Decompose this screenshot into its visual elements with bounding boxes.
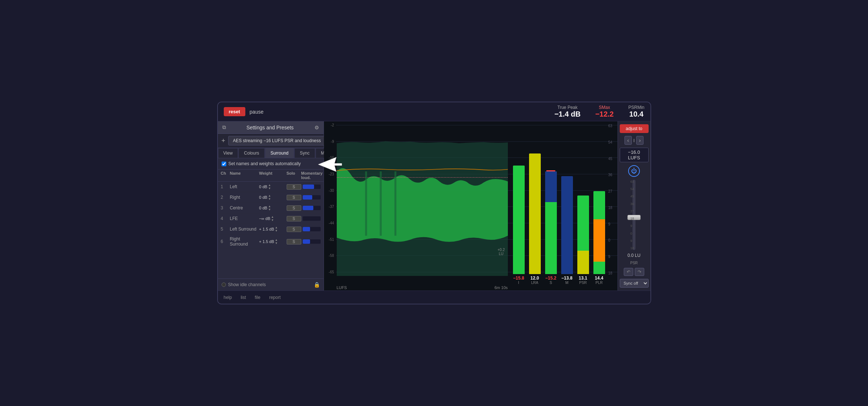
left-panel: ⧉ Settings and Presets ⚙ + AES streaming… xyxy=(218,121,324,291)
scale-18: 18 xyxy=(608,206,612,210)
bar-S xyxy=(544,123,558,274)
sync-select[interactable]: Sync off xyxy=(620,279,649,288)
lock-icon[interactable]: 🔒 xyxy=(314,282,320,288)
nav-left-button[interactable]: ‹ xyxy=(624,136,632,145)
weight-arrows-6[interactable]: ▲▼ xyxy=(275,238,278,245)
scale-0: 0 xyxy=(608,238,611,242)
bar-S-redline xyxy=(546,170,556,171)
undo-button[interactable]: ↶ xyxy=(624,268,633,276)
table-row: 5 Left Surround + 1.5 dB ▲▼ S xyxy=(218,224,324,235)
scale-27: 27 xyxy=(608,189,612,193)
ch-6-weight: + 1.5 dB ▲▼ xyxy=(259,238,287,245)
psr-label: PSR xyxy=(630,261,638,265)
grid-label: -9 xyxy=(324,140,334,144)
grid-label: -65 xyxy=(324,270,334,274)
redo-button[interactable]: ↷ xyxy=(635,268,644,276)
grid-label: -30 xyxy=(324,189,334,193)
ch-2-weight: 0 dB ▲▼ xyxy=(259,194,287,201)
scale-54: 54 xyxy=(608,140,612,144)
bottom-time-bar: LUFS 6m 10s xyxy=(337,285,508,290)
fader-container: 63544536271890918 xyxy=(625,180,643,250)
bar-PSR-yellow xyxy=(577,251,589,274)
ch-2-solo[interactable]: S xyxy=(287,195,301,200)
ch-6-solo[interactable]: S xyxy=(287,239,301,244)
metrics-bar: True Peak −1.4 dB SMax −12.2 PSRMin 10.4 xyxy=(554,105,644,118)
power-icon: ⏻ xyxy=(631,168,637,174)
nav-row: ‹ I › xyxy=(620,136,649,145)
preset-select[interactable]: AES streaming −16 LUFS PSR and loudness xyxy=(228,136,330,145)
bar-I xyxy=(512,123,526,274)
ch-5-solo[interactable]: S xyxy=(287,227,301,232)
preset-row: + AES streaming −16 LUFS PSR and loudnes… xyxy=(218,134,324,148)
table-row: 1 Left 0 dB ▲▼ S xyxy=(218,182,324,192)
scale-63: 63 xyxy=(608,124,612,128)
true-peak-label: True Peak xyxy=(554,105,581,110)
col-loudness: Momentary loud. xyxy=(301,171,323,180)
adjust-to-button[interactable]: adjust to xyxy=(620,124,649,133)
bar-I-label: I xyxy=(512,281,526,285)
ch-4-solo[interactable]: S xyxy=(287,216,301,221)
table-row: 3 Centre 0 dB ▲▼ S xyxy=(218,203,324,213)
pause-button[interactable]: pause xyxy=(250,109,264,115)
weight-arrows-5[interactable]: ▲▼ xyxy=(275,226,278,232)
bar-S-blue xyxy=(545,171,557,202)
weight-arrows-3[interactable]: ▲▼ xyxy=(268,205,271,211)
help-link[interactable]: help xyxy=(224,295,232,300)
auto-check-input[interactable] xyxy=(222,162,226,166)
tabs-row: View Colours Surround Sync Misc About xyxy=(218,148,324,158)
true-peak-group: True Peak −1.4 dB xyxy=(554,105,581,118)
panel-header: ⧉ Settings and Presets ⚙ xyxy=(218,121,324,134)
bar-M-label: M xyxy=(560,281,574,285)
tab-view[interactable]: View xyxy=(218,148,238,158)
ch-5-bar xyxy=(303,227,310,231)
channel-table: 1 Left 0 dB ▲▼ S 2 Right 0 dB xyxy=(218,182,324,278)
fader-scale: 63544536271890918 xyxy=(630,180,634,250)
grid-label: -16 xyxy=(324,156,334,160)
bar-PLR xyxy=(592,123,607,274)
ch-1-weight: 0 dB ▲▼ xyxy=(259,183,287,190)
ch-1-name: Left xyxy=(230,184,259,189)
ch-1-bar xyxy=(303,185,314,189)
tab-surround[interactable]: Surround xyxy=(265,148,294,158)
viz-area: -2 -9 -16 -23 -30 -37 -44 -51 -58 -65 xyxy=(324,121,618,291)
bar-LRA-top xyxy=(529,153,541,274)
nav-right-button[interactable]: › xyxy=(636,136,644,145)
app-container: reset pause True Peak −1.4 dB SMax −12.2… xyxy=(217,102,651,304)
bar-PSR xyxy=(576,123,590,274)
bar-PLR-label-group: 14.4 PLR xyxy=(592,276,607,285)
lufs-label: LUFS xyxy=(337,285,347,290)
weight-arrows-1[interactable]: ▲▼ xyxy=(268,183,271,190)
ch-3-solo[interactable]: S xyxy=(287,205,301,211)
bar-LRA-label: LRA xyxy=(528,281,542,285)
bar-S-label-group: −15.2 S xyxy=(544,276,558,285)
weight-arrows-4[interactable]: ▲▼ xyxy=(271,215,274,222)
report-link[interactable]: report xyxy=(269,295,280,300)
ch-5-num: 5 xyxy=(221,227,230,232)
file-link[interactable]: file xyxy=(255,295,260,300)
weight-arrows-2[interactable]: ▲▼ xyxy=(268,194,271,201)
tab-colours[interactable]: Colours xyxy=(238,148,264,158)
ch-3-bar xyxy=(303,206,313,210)
time-label: 6m 10s xyxy=(494,285,507,290)
ch-5-weight: + 1.5 dB ▲▼ xyxy=(259,226,287,232)
reset-button[interactable]: reset xyxy=(224,107,245,116)
ch-3-num: 3 xyxy=(221,205,230,210)
tab-sync[interactable]: Sync xyxy=(294,148,315,158)
bar-S-value: −15.2 xyxy=(544,276,558,281)
list-link[interactable]: list xyxy=(241,295,246,300)
bar-PLR-green xyxy=(593,191,605,219)
col-solo: Solo xyxy=(287,171,301,180)
scale-9b: 9 xyxy=(608,255,611,259)
scale-36: 36 xyxy=(608,173,612,177)
bar-I-segment xyxy=(513,166,525,274)
top-bar: reset pause True Peak −1.4 dB SMax −12.2… xyxy=(218,102,650,121)
ch-4-weight: −∞ dB ▲▼ xyxy=(259,215,287,222)
col-ch: Ch xyxy=(221,171,230,180)
add-preset-button[interactable]: + xyxy=(222,137,226,145)
power-button[interactable]: ⏻ xyxy=(628,165,640,177)
gear-icon[interactable]: ⚙ xyxy=(314,125,319,130)
bar-LRA xyxy=(528,123,542,274)
auto-check-row: Set names and weights automatically xyxy=(218,158,324,170)
ch-1-solo[interactable]: S xyxy=(287,184,301,190)
ch-4-num: 4 xyxy=(221,216,230,221)
